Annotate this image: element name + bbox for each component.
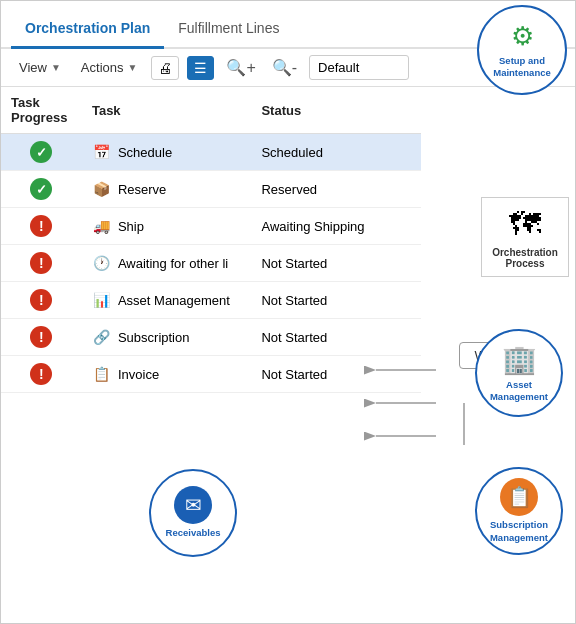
status-cell: Scheduled [251,134,421,171]
task-label: Invoice [118,367,159,382]
status-text: Not Started [261,293,327,308]
tab-orchestration-plan[interactable]: Orchestration Plan [11,8,164,49]
asset-management-circle[interactable]: 🏢 Asset Management [475,329,563,417]
subscription-label: Subscription Management [477,519,561,544]
task-cell: 📋Invoice [82,356,252,393]
table-row: !🚚ShipAwaiting Shipping [1,208,421,245]
task-icon: 🔗 [92,327,112,347]
table-row: !🕐Awaiting for other liNot Started [1,245,421,282]
task-icon: 🕐 [92,253,112,273]
orch-label: Orchestration Process [486,247,564,269]
zoom-out-button[interactable]: 🔍- [268,56,301,79]
search-input[interactable] [309,55,409,80]
error-icon: ! [30,363,52,385]
task-icon: 🚚 [92,216,112,236]
error-icon: ! [30,289,52,311]
asset-label: Asset Management [477,379,561,404]
col-task-progress: Task Progress [1,87,82,134]
receivables-circle[interactable]: ✉ Receivables [149,469,237,557]
grid-view-button[interactable]: ☰ [187,56,214,80]
subscription-circle[interactable]: 📋 Subscription Management [475,467,563,555]
task-cell: 📊Asset Management [82,282,252,319]
task-icon: 📅 [92,142,112,162]
content-area: Task Progress Task Status ✓📅ScheduleSche… [1,87,575,607]
setup-maintenance-circle[interactable]: ⚙ Setup and Maintenance [477,5,567,95]
view-dropdown-arrow: ▼ [51,62,61,73]
actions-button[interactable]: Actions ▼ [75,57,144,78]
status-cell: Not Started [251,245,421,282]
table-header-row: Task Progress Task Status [1,87,421,134]
task-cell: 📦Reserve [82,171,252,208]
task-label: Ship [118,219,144,234]
subscription-icon: 📋 [500,478,538,516]
error-icon: ! [30,326,52,348]
task-label: Subscription [118,330,190,345]
check-icon: ✓ [30,178,52,200]
orch-icon: 🗺 [509,206,541,243]
receivables-label: Receivables [166,527,221,539]
table-row: ✓📦ReserveReserved [1,171,421,208]
progress-cell: ✓ [1,134,82,171]
col-task: Task [82,87,252,134]
task-cell: 🕐Awaiting for other li [82,245,252,282]
view-button[interactable]: View ▼ [13,57,67,78]
task-icon: 📊 [92,290,112,310]
task-label: Awaiting for other li [118,256,228,271]
status-text: Awaiting Shipping [261,219,364,234]
gear-icon: ⚙ [511,21,534,52]
task-table: Task Progress Task Status ✓📅ScheduleSche… [1,87,421,393]
task-label: Reserve [118,182,166,197]
asset-icon: 🏢 [502,343,537,376]
status-text: Scheduled [261,145,322,160]
actions-dropdown-arrow: ▼ [128,62,138,73]
status-text: Not Started [261,367,327,382]
main-container: Orchestration Plan Fulfillment Lines ⚙ S… [0,0,576,624]
col-status: Status [251,87,421,134]
progress-cell: ! [1,356,82,393]
progress-cell: ! [1,282,82,319]
task-icon: 📦 [92,179,112,199]
task-cell: 🔗Subscription [82,319,252,356]
status-text: Reserved [261,182,317,197]
progress-cell: ! [1,319,82,356]
error-icon: ! [30,252,52,274]
tabs-bar: Orchestration Plan Fulfillment Lines ⚙ S… [1,1,575,49]
zoom-in-button[interactable]: 🔍+ [222,56,259,79]
check-icon: ✓ [30,141,52,163]
task-cell: 🚚Ship [82,208,252,245]
status-cell: Reserved [251,171,421,208]
error-icon: ! [30,215,52,237]
table-row: !🔗SubscriptionNot Started [1,319,421,356]
setup-label: Setup and Maintenance [479,55,565,80]
status-cell: Not Started [251,356,421,393]
task-label: Asset Management [118,293,230,308]
task-label: Schedule [118,145,172,160]
task-cell: 📅Schedule [82,134,252,171]
status-text: Not Started [261,330,327,345]
print-button[interactable]: 🖨 [151,56,179,80]
orchestration-process-box[interactable]: 🗺 Orchestration Process [481,197,569,277]
receivables-icon: ✉ [174,486,212,524]
progress-cell: ! [1,245,82,282]
tab-fulfillment-lines[interactable]: Fulfillment Lines [164,8,293,49]
table-row: ✓📅ScheduleScheduled [1,134,421,171]
table-row: !📋InvoiceNot Started [1,356,421,393]
table-row: !📊Asset ManagementNot Started [1,282,421,319]
status-text: Not Started [261,256,327,271]
status-cell: Not Started [251,282,421,319]
status-cell: Awaiting Shipping [251,208,421,245]
progress-cell: ! [1,208,82,245]
status-cell: Not Started [251,319,421,356]
task-icon: 📋 [92,364,112,384]
progress-cell: ✓ [1,171,82,208]
